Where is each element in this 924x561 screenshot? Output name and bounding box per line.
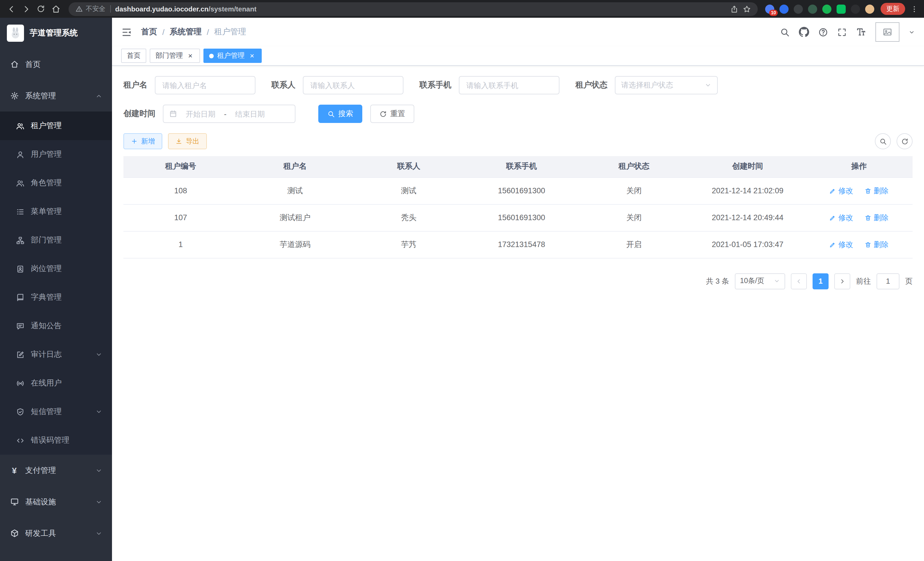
- avatar-menu-caret[interactable]: [909, 29, 915, 35]
- chevron-down-icon: [95, 530, 102, 537]
- extension-icon-1[interactable]: 10: [765, 4, 774, 14]
- logo[interactable]: 芋道管理系统: [0, 18, 112, 49]
- add-button-label: 新增: [141, 136, 155, 146]
- sidebar-section-system[interactable]: 系统管理: [0, 80, 112, 111]
- sidebar-item-tenant[interactable]: 租户管理: [0, 111, 112, 140]
- menu-label: 在线用户: [31, 378, 62, 388]
- sidebar-item-role[interactable]: 角色管理: [0, 169, 112, 197]
- delete-action[interactable]: 删除: [865, 239, 889, 250]
- contact-input[interactable]: [303, 76, 404, 94]
- sidebar-fold-button[interactable]: [121, 27, 132, 38]
- fullscreen-button[interactable]: [837, 27, 847, 37]
- fullscreen-icon: [837, 27, 847, 37]
- page-size-select[interactable]: 10条/页: [735, 273, 785, 289]
- help-button[interactable]: [818, 27, 828, 37]
- close-icon[interactable]: ×: [186, 52, 194, 60]
- sidebar-section-payment[interactable]: ¥ 支付管理: [0, 455, 112, 486]
- date-range-picker[interactable]: -: [163, 105, 296, 123]
- edit-action[interactable]: 修改: [829, 239, 853, 250]
- menu-label: 菜单管理: [31, 206, 62, 217]
- reload-button[interactable]: [35, 3, 46, 14]
- reset-button[interactable]: 重置: [370, 105, 414, 123]
- edit-icon: [829, 241, 836, 248]
- tab-tenant[interactable]: 租户管理 ×: [203, 49, 262, 63]
- bookmark-button[interactable]: [743, 5, 751, 13]
- gear-icon: [10, 91, 19, 100]
- header-actions: [780, 22, 915, 42]
- share-button[interactable]: [730, 5, 738, 13]
- mobile-input[interactable]: [459, 76, 560, 94]
- add-button[interactable]: 新增: [123, 133, 162, 149]
- page-number-current[interactable]: 1: [813, 273, 829, 289]
- extension-icon-3[interactable]: [794, 4, 803, 14]
- font-size-icon: [856, 27, 866, 37]
- sidebar-item-online-users[interactable]: 在线用户: [0, 369, 112, 397]
- edit-action[interactable]: 修改: [829, 186, 853, 196]
- home-button[interactable]: [50, 3, 61, 14]
- status-label: 租户状态: [575, 80, 608, 90]
- kebab-icon: [910, 5, 918, 13]
- chrome-menu-button[interactable]: [910, 5, 918, 13]
- avatar[interactable]: [875, 22, 899, 42]
- arrow-left-icon: [7, 4, 16, 14]
- toggle-search-button[interactable]: [875, 133, 891, 149]
- column-header: 创建时间: [690, 156, 805, 177]
- github-link[interactable]: [799, 27, 809, 37]
- prev-page-button[interactable]: [791, 273, 807, 289]
- roles-icon: [15, 178, 25, 188]
- cell-name: 测试: [238, 177, 352, 204]
- extension-icon-6[interactable]: [837, 4, 846, 14]
- cell-id: 1: [123, 231, 238, 258]
- tab-home[interactable]: 首页: [121, 49, 146, 63]
- back-button[interactable]: [6, 3, 16, 14]
- cell-created: 2021-01-05 17:03:47: [690, 231, 805, 258]
- extension-icon-5[interactable]: [822, 4, 831, 14]
- close-icon[interactable]: ×: [248, 52, 256, 60]
- sidebar-item-errorcode[interactable]: 错误码管理: [0, 426, 112, 455]
- export-button[interactable]: 导出: [168, 133, 207, 149]
- chrome-update-button[interactable]: 更新: [880, 3, 905, 15]
- extension-icon-4[interactable]: [808, 4, 817, 14]
- cell-contact: 芋艿: [352, 231, 465, 258]
- active-dot: [209, 53, 214, 58]
- breadcrumb: 首页 / 系统管理 / 租户管理: [141, 27, 246, 37]
- breadcrumb-system[interactable]: 系统管理: [170, 27, 202, 37]
- sidebar-item-dict[interactable]: 字典管理: [0, 283, 112, 312]
- edit-action[interactable]: 修改: [829, 212, 853, 223]
- delete-action[interactable]: 删除: [865, 212, 889, 223]
- status-select[interactable]: 请选择租户状态: [615, 76, 718, 94]
- profile-avatar-icon[interactable]: [865, 4, 874, 14]
- sidebar-item-user[interactable]: 用户管理: [0, 140, 112, 169]
- sidebar-item-menu[interactable]: 菜单管理: [0, 197, 112, 226]
- date-start-input[interactable]: [179, 110, 222, 118]
- search-button[interactable]: 搜索: [318, 105, 362, 123]
- extension-icon-7[interactable]: [851, 4, 860, 14]
- sidebar-item-post[interactable]: 岗位管理: [0, 254, 112, 283]
- signal-icon: [15, 379, 25, 388]
- sidebar-item-notice[interactable]: 通知公告: [0, 312, 112, 340]
- date-end-input[interactable]: [229, 110, 271, 118]
- sidebar-item-sms[interactable]: 短信管理: [0, 397, 112, 426]
- arrow-right-icon: [839, 278, 846, 284]
- delete-action[interactable]: 删除: [865, 186, 889, 196]
- header-search-button[interactable]: [780, 27, 790, 37]
- security-chip[interactable]: 不安全: [75, 5, 105, 13]
- sidebar-item-home[interactable]: 首页: [0, 49, 112, 80]
- goto-page-input[interactable]: [877, 273, 899, 289]
- sidebar-item-auditlog[interactable]: 审计日志: [0, 340, 112, 369]
- extension-icon-2[interactable]: [779, 4, 789, 14]
- sidebar-section-infrastructure[interactable]: 基础设施: [0, 486, 112, 517]
- next-page-button[interactable]: [834, 273, 850, 289]
- address-bar[interactable]: 不安全 dashboard.yudao.iocoder.cn/system/te…: [69, 2, 758, 16]
- refresh-table-button[interactable]: [897, 133, 913, 149]
- sidebar-item-dept[interactable]: 部门管理: [0, 226, 112, 254]
- tab-dept[interactable]: 部门管理 ×: [150, 49, 200, 63]
- forward-button[interactable]: [21, 3, 32, 14]
- sidebar-section-devtools[interactable]: 研发工具: [0, 517, 112, 549]
- tenant-name-input[interactable]: [155, 76, 255, 94]
- date-separator: -: [224, 110, 226, 118]
- font-size-button[interactable]: [856, 27, 866, 37]
- breadcrumb-home[interactable]: 首页: [141, 27, 157, 37]
- share-icon: [730, 5, 738, 13]
- cell-status: 关闭: [578, 204, 690, 231]
